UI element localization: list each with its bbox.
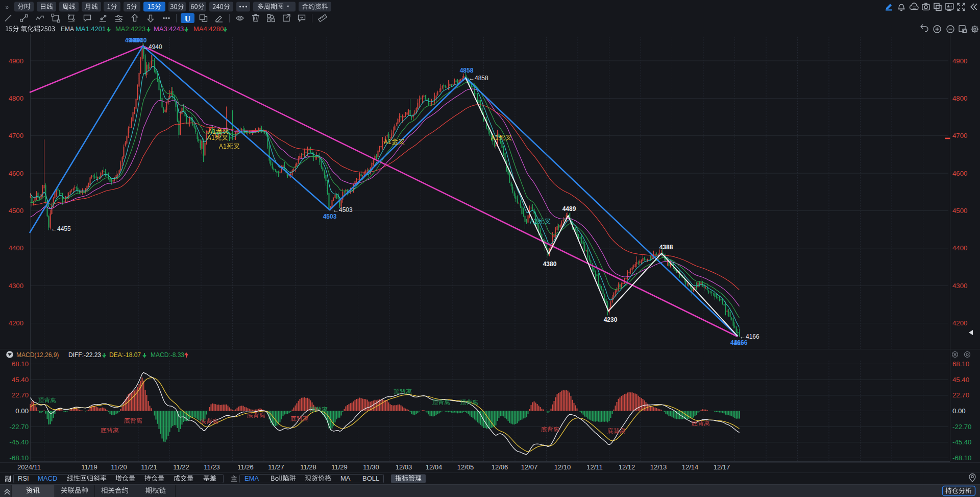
svg-text:4600: 4600 xyxy=(952,170,967,177)
svg-text:-68.10: -68.10 xyxy=(952,454,971,462)
svg-text:EMA: EMA xyxy=(244,475,259,482)
svg-text:11/29: 11/29 xyxy=(331,463,348,471)
svg-text:MA3:4243: MA3:4243 xyxy=(154,25,184,33)
svg-text:12/13: 12/13 xyxy=(650,463,667,471)
svg-text:U: U xyxy=(185,14,191,23)
svg-text:12/04: 12/04 xyxy=(426,463,443,471)
svg-text:4300: 4300 xyxy=(9,282,23,290)
svg-text:11/30: 11/30 xyxy=(363,463,379,471)
svg-text:4858: 4858 xyxy=(460,67,474,74)
svg-text:11/27: 11/27 xyxy=(268,463,284,471)
svg-text:4200: 4200 xyxy=(9,319,23,327)
svg-text:RSI: RSI xyxy=(18,475,29,482)
svg-text:45.40: 45.40 xyxy=(952,376,969,384)
svg-text:4940: 4940 xyxy=(133,37,147,44)
svg-text:4800: 4800 xyxy=(9,94,23,102)
svg-text:4230: 4230 xyxy=(604,316,618,323)
svg-text:12/05: 12/05 xyxy=(457,463,474,471)
svg-text:4800: 4800 xyxy=(952,94,967,102)
svg-text:11/19: 11/19 xyxy=(81,463,97,471)
svg-text:22.70: 22.70 xyxy=(952,391,969,399)
svg-text:0.00: 0.00 xyxy=(952,407,966,415)
svg-text:12/06: 12/06 xyxy=(492,463,508,471)
svg-text:MA: MA xyxy=(340,475,351,482)
svg-text:12/17: 12/17 xyxy=(714,463,730,471)
svg-text:4900: 4900 xyxy=(9,57,23,65)
svg-text:4503: 4503 xyxy=(323,213,337,220)
svg-text:11/26: 11/26 xyxy=(237,463,254,471)
svg-text:MA4:4280: MA4:4280 xyxy=(193,25,224,33)
svg-text:4166: 4166 xyxy=(734,339,748,346)
svg-text:MA2:4223: MA2:4223 xyxy=(115,25,145,33)
svg-text:DIFF:-22.23: DIFF:-22.23 xyxy=(68,351,101,359)
svg-text:DEA:-18.07: DEA:-18.07 xyxy=(109,351,141,359)
svg-text:12/03: 12/03 xyxy=(396,463,412,471)
svg-text:4500: 4500 xyxy=(952,207,967,215)
svg-text:68.10: 68.10 xyxy=(12,360,29,368)
svg-text:BOLL: BOLL xyxy=(362,475,379,482)
svg-text:12/11: 12/11 xyxy=(586,463,603,471)
svg-text:←4455: ←4455 xyxy=(51,225,71,232)
svg-text:←4503: ←4503 xyxy=(333,206,353,214)
svg-text:2024/11: 2024/11 xyxy=(17,463,41,471)
svg-text:MA1:4201: MA1:4201 xyxy=(76,25,106,33)
svg-text:4400: 4400 xyxy=(9,244,23,252)
svg-text:-22.70: -22.70 xyxy=(10,423,29,431)
svg-text:4400: 4400 xyxy=(952,244,967,252)
svg-text:MACD(12,26,9): MACD(12,26,9) xyxy=(16,351,59,359)
svg-text:-45.40: -45.40 xyxy=(10,438,29,446)
svg-text:11/21: 11/21 xyxy=(141,463,157,471)
svg-text:0.00: 0.00 xyxy=(15,407,29,415)
svg-text:4489: 4489 xyxy=(562,205,576,212)
svg-text:4500: 4500 xyxy=(9,207,23,215)
svg-text:68.10: 68.10 xyxy=(952,360,969,368)
svg-text:4300: 4300 xyxy=(952,282,967,290)
svg-text:11/22: 11/22 xyxy=(173,463,189,471)
svg-text:4388: 4388 xyxy=(659,244,673,251)
svg-text:4600: 4600 xyxy=(9,170,23,177)
svg-text:MACD:-8.33: MACD:-8.33 xyxy=(151,351,184,359)
svg-text:11/20: 11/20 xyxy=(111,463,127,471)
svg-text:22.70: 22.70 xyxy=(12,391,29,399)
svg-text:4900: 4900 xyxy=(952,57,967,65)
svg-text:11/23: 11/23 xyxy=(204,463,220,471)
svg-text:-45.40: -45.40 xyxy=(952,438,971,446)
svg-text:4200: 4200 xyxy=(952,319,967,327)
svg-text:EMA: EMA xyxy=(61,26,74,33)
svg-text:12/07: 12/07 xyxy=(521,463,538,471)
svg-text:12/10: 12/10 xyxy=(554,463,571,471)
svg-text:11/28: 11/28 xyxy=(300,463,316,471)
svg-text:12/12: 12/12 xyxy=(619,463,635,471)
svg-text:-68.10: -68.10 xyxy=(10,454,29,462)
svg-text:-22.70: -22.70 xyxy=(952,423,971,431)
svg-text:12/14: 12/14 xyxy=(682,463,699,471)
svg-text:MACD: MACD xyxy=(38,475,57,482)
svg-text:←4940: ←4940 xyxy=(142,43,162,51)
svg-text:←4858: ←4858 xyxy=(469,75,488,82)
svg-text:4380: 4380 xyxy=(543,261,557,268)
svg-text:45.40: 45.40 xyxy=(12,376,29,384)
svg-text:4700: 4700 xyxy=(952,132,967,139)
svg-text:4700: 4700 xyxy=(9,132,23,139)
